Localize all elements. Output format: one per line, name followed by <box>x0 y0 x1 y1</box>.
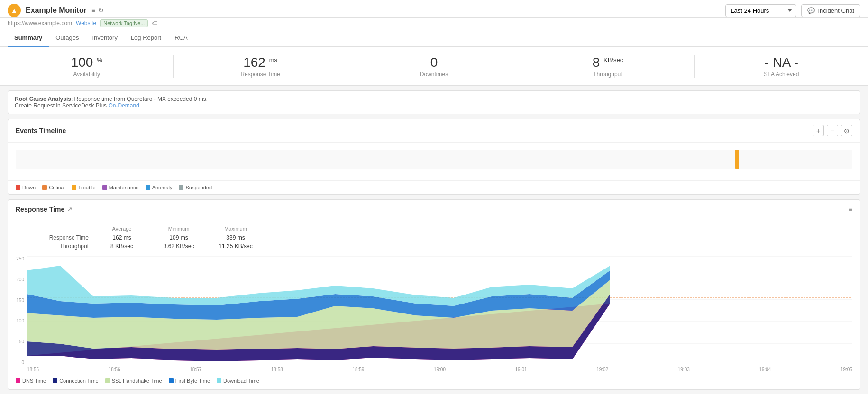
incident-chat-button[interactable]: 💬 Incident Chat <box>801 4 860 17</box>
tag-icon: 🏷 <box>152 20 157 27</box>
max-header: Maximum <box>207 226 264 232</box>
svg-rect-1 <box>735 150 739 169</box>
header-left: ▲ Example Monitor ≡ ↻ <box>8 4 104 17</box>
header-icons: ≡ ↻ <box>91 7 104 14</box>
zoom-reset-button[interactable]: ⊙ <box>841 125 852 136</box>
legend-connection: Connection Time <box>53 378 99 384</box>
on-demand-link[interactable]: On-Demand <box>108 102 139 109</box>
legend-suspended-label: Suspended <box>185 185 212 190</box>
chart-container: 250 200 150 100 50 0 <box>8 251 860 365</box>
legend-down-dot <box>16 185 20 190</box>
sla-value: - NA - <box>704 55 859 70</box>
stats-headers: Average Minimum Maximum <box>27 226 841 232</box>
refresh-icon[interactable]: ↻ <box>98 7 104 14</box>
rt-min: 109 ms <box>150 234 207 241</box>
legend-trouble-dot <box>72 185 76 190</box>
tab-summary[interactable]: Summary <box>8 29 49 47</box>
availability-value: 100 % <box>9 55 164 70</box>
sla-label: SLA Achieved <box>704 71 859 78</box>
response-time-label: Response Time <box>183 71 337 78</box>
stat-availability: 100 % Availability <box>0 55 174 78</box>
tab-outages[interactable]: Outages <box>49 29 85 47</box>
legend-maintenance-dot <box>102 185 107 190</box>
timeline-section-header: Events Timeline + − ⊙ <box>8 119 860 143</box>
rt-max: 339 ms <box>207 234 264 241</box>
tp-avg: 8 KB/sec <box>93 243 150 250</box>
downtimes-label: Downtimes <box>357 71 511 78</box>
response-time-value: 162 ms <box>183 55 337 70</box>
response-stats-container: Average Minimum Maximum Response Time 16… <box>8 219 860 250</box>
legend-anomaly-dot <box>146 185 150 190</box>
throughput-label: Throughput <box>530 71 685 78</box>
subheader: https://www.example.com Website Network … <box>0 18 868 29</box>
stat-response-time: 162 ms Response Time <box>174 55 347 78</box>
tp-max: 11.25 KB/sec <box>207 243 264 250</box>
tp-min: 3.62 KB/sec <box>150 243 207 250</box>
response-time-section: Response Time ↗ ≡ Average Minimum Maximu… <box>8 199 860 390</box>
response-title: Response Time ↗ <box>16 206 72 213</box>
stat-downtimes: 0 Downtimes <box>347 55 521 78</box>
legend-dns: DNS Time <box>16 378 46 384</box>
legend-ssl-dot <box>105 378 110 383</box>
zoom-in-button[interactable]: + <box>813 125 824 136</box>
timeline-chart <box>16 147 852 176</box>
legend-connection-dot <box>53 378 57 383</box>
time-range-select[interactable]: Last 24 Hours <box>725 4 796 17</box>
chat-icon: 💬 <box>807 7 815 14</box>
monitor-url: https://www.example.com <box>8 20 72 27</box>
throughput-row: Throughput 8 KB/sec 3.62 KB/sec 11.25 KB… <box>27 243 841 250</box>
response-menu-icon[interactable]: ≡ <box>849 206 852 213</box>
timeline-area: 21 Thu 07 03 06 09 12 15 18 <box>8 143 860 180</box>
legend-dns-dot <box>16 378 20 383</box>
alert-box: Root Cause Analysis: Response time from … <box>8 90 860 114</box>
monitor-icon: ▲ <box>8 4 21 17</box>
legend-maintenance: Maintenance <box>102 185 139 190</box>
timeline-title: Events Timeline <box>16 127 66 134</box>
legend-download-dot <box>217 378 221 383</box>
stat-sla: - NA - SLA Achieved <box>695 55 868 78</box>
create-request-text: Create Request in ServiceDesk Plus On-De… <box>15 102 853 109</box>
legend-ssl-label: SSL Handshake Time <box>112 378 162 384</box>
network-tag-badge: Network Tag:Ne... <box>100 19 148 27</box>
timeline-controls: + − ⊙ <box>813 125 852 136</box>
website-link[interactable]: Website <box>76 20 96 27</box>
response-time-chart <box>27 256 852 365</box>
legend-ssl: SSL Handshake Time <box>105 378 162 384</box>
chart-legend: DNS Time Connection Time SSL Handshake T… <box>8 374 860 389</box>
legend-first-byte-label: First Byte Time <box>175 378 210 384</box>
svg-rect-0 <box>16 150 852 169</box>
hamburger-icon[interactable]: ≡ <box>91 7 95 14</box>
header-right: Last 24 Hours 💬 Incident Chat <box>725 4 860 17</box>
monitor-title: Example Monitor <box>26 6 87 15</box>
response-section-header: Response Time ↗ ≡ <box>8 200 860 219</box>
response-time-row: Response Time 162 ms 109 ms 339 ms <box>27 234 841 241</box>
legend-dns-label: DNS Time <box>22 378 46 384</box>
tab-inventory[interactable]: Inventory <box>85 29 124 47</box>
legend-first-byte: First Byte Time <box>169 378 210 384</box>
throughput-row-label: Throughput <box>27 243 93 250</box>
timeline-legend: Down Critical Trouble Maintenance Anomal… <box>8 180 860 194</box>
legend-first-byte-dot <box>169 378 174 383</box>
nav-tabs: Summary Outages Inventory Log Report RCA <box>0 29 868 47</box>
legend-down-label: Down <box>22 185 36 190</box>
availability-label: Availability <box>9 71 164 78</box>
legend-critical-dot <box>42 185 47 190</box>
legend-trouble: Trouble <box>72 185 96 190</box>
legend-critical-label: Critical <box>49 185 65 190</box>
legend-critical: Critical <box>42 185 65 190</box>
legend-trouble-label: Trouble <box>78 185 96 190</box>
y-axis-labels: 250 200 150 100 50 0 <box>8 256 26 365</box>
x-axis-labels: 18:55 18:56 18:57 18:58 18:59 19:00 19:0… <box>8 365 860 374</box>
legend-suspended: Suspended <box>179 185 212 190</box>
stat-throughput: 8 KB/sec Throughput <box>521 55 694 78</box>
tab-log-report[interactable]: Log Report <box>124 29 168 47</box>
avg-header: Average <box>93 226 150 232</box>
downtimes-value: 0 <box>357 55 511 70</box>
zoom-out-button[interactable]: − <box>827 125 838 136</box>
header: ▲ Example Monitor ≡ ↻ Last 24 Hours 💬 In… <box>0 0 868 18</box>
tab-rca[interactable]: RCA <box>168 29 194 47</box>
export-icon[interactable]: ↗ <box>67 206 72 213</box>
legend-suspended-dot <box>179 185 183 190</box>
events-timeline-section: Events Timeline + − ⊙ 21 Thu 07 03 06 09… <box>8 119 860 195</box>
response-time-row-label: Response Time <box>27 234 93 241</box>
